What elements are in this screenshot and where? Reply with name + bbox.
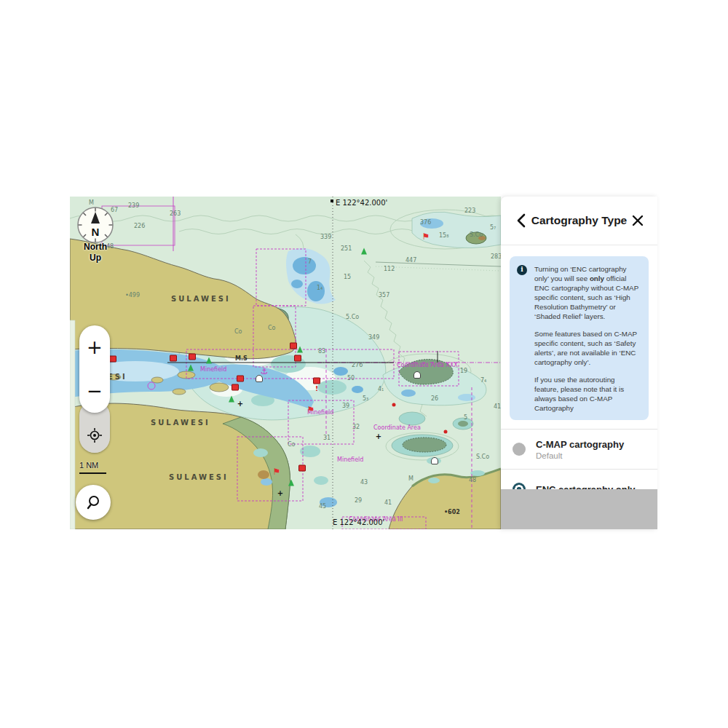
panel-header: Cartography Type	[501, 197, 657, 245]
svg-text:N: N	[92, 226, 100, 238]
info-icon: i	[517, 265, 527, 275]
compass-icon[interactable]: N	[76, 205, 115, 245]
option-sublabel: Default	[536, 451, 624, 460]
nautical-chart-map[interactable]: M6723926322648•499339251112153575.Co4473…	[70, 197, 501, 529]
option-label: C-MAP cartography	[536, 439, 624, 450]
info-paragraph-3: If you use the autorouting feature, plea…	[534, 375, 640, 413]
close-icon	[632, 215, 644, 226]
info-paragraph-1: Turning on ‘ENC cartography only’ you wi…	[534, 264, 640, 321]
close-button[interactable]	[630, 213, 646, 229]
chart-graphics	[70, 197, 501, 529]
scale-label: 1 NM	[79, 461, 98, 470]
chartplotter-app: M6723926322648•499339251112153575.Co4473…	[70, 197, 657, 529]
info-paragraph-2: Some features based on C-MAP specific co…	[534, 329, 640, 367]
info-card: i Turning on ‘ENC cartography only’ you …	[510, 256, 649, 420]
back-button[interactable]	[513, 213, 529, 229]
search-button[interactable]	[76, 485, 111, 520]
zoom-in-button[interactable]: +	[79, 325, 110, 369]
zoom-controls: + −	[79, 325, 110, 413]
panel-title: Cartography Type	[529, 214, 630, 227]
zoom-out-button[interactable]: −	[79, 369, 110, 413]
orientation-label: North Up	[74, 242, 116, 264]
scale-bar	[79, 472, 106, 474]
radio-icon[interactable]	[513, 443, 526, 456]
panel-footer	[501, 489, 657, 529]
search-icon	[84, 494, 102, 511]
cartography-type-panel: Cartography Type i Turning on ‘ENC carto…	[501, 197, 657, 529]
chevron-left-icon	[516, 213, 526, 228]
crosshair-icon	[87, 427, 103, 443]
option-cmap-cartography[interactable]: C-MAP cartography Default	[501, 430, 657, 470]
